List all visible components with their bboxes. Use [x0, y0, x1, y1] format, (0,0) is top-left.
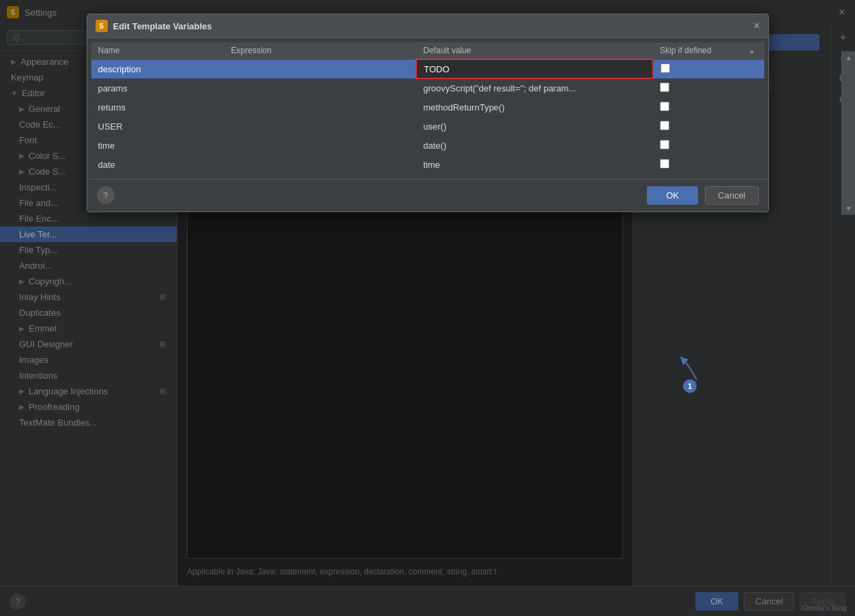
table-row[interactable]: time date() — [91, 136, 764, 155]
cell-expression — [224, 136, 417, 155]
skip-checkbox-3[interactable] — [660, 121, 669, 130]
cell-default-value: time — [416, 155, 653, 174]
modal-title: Edit Template Variables — [113, 21, 212, 31]
modal-bottom-right: OK Cancel — [647, 186, 758, 205]
scroll-header: ▲ — [742, 42, 764, 59]
cell-default-value: TODO — [416, 59, 653, 78]
skip-checkbox-2[interactable] — [660, 102, 669, 111]
modal-table-container: Name Expression Default value Skip if de… — [87, 38, 768, 179]
annotation-container: 1 — [683, 379, 697, 393]
modal-close-button[interactable]: × — [753, 20, 759, 31]
cell-name: time — [91, 136, 224, 155]
skip-checkbox-5[interactable] — [660, 159, 669, 168]
cell-skip — [653, 98, 742, 117]
modal-cancel-button[interactable]: Cancel — [705, 186, 758, 205]
modal-titlebar: S Edit Template Variables × — [87, 14, 768, 38]
col-default-value: Default value — [416, 42, 653, 59]
modal-ok-button[interactable]: OK — [647, 186, 698, 205]
col-expression: Expression — [224, 42, 417, 59]
cell-skip — [653, 136, 742, 155]
cell-name: USER — [91, 117, 224, 136]
cell-expression — [224, 98, 417, 117]
annotation-arrow — [676, 356, 704, 383]
skip-checkbox-0[interactable] — [661, 63, 670, 73]
modal-bottom: ? OK Cancel — [87, 179, 768, 211]
cell-default-value: user() — [416, 117, 653, 136]
table-header: Name Expression Default value Skip if de… — [91, 42, 764, 59]
cell-skip — [653, 59, 742, 78]
cell-expression — [224, 117, 417, 136]
cell-name: returns — [91, 98, 224, 117]
cell-default-value: methodReturnType() — [416, 98, 653, 117]
col-name: Name — [91, 42, 224, 59]
modal-help-button[interactable]: ? — [97, 186, 115, 204]
cell-skip — [653, 117, 742, 136]
cell-name: date — [91, 155, 224, 174]
cell-skip — [653, 155, 742, 174]
cell-expression — [224, 59, 417, 78]
table-row[interactable]: USER user() — [91, 117, 764, 136]
skip-checkbox-4[interactable] — [660, 140, 669, 149]
table-row[interactable]: returns methodReturnType() — [91, 98, 764, 117]
cell-name: params — [91, 78, 224, 98]
cell-default-value: date() — [416, 136, 653, 155]
skip-checkbox-1[interactable] — [660, 83, 669, 92]
table-row[interactable]: date time — [91, 155, 764, 174]
modal-titlebar-left: S Edit Template Variables — [96, 20, 212, 32]
edit-template-variables-dialog: S Edit Template Variables × Name Express… — [87, 14, 769, 212]
table-scrollbar[interactable]: ▲ ▼ — [841, 51, 855, 215]
cell-default-value: groovyScript("def result=''; def param..… — [416, 78, 653, 98]
cell-expression — [224, 78, 417, 98]
modal-overlay: S Edit Template Variables × Name Express… — [0, 0, 855, 616]
cell-name: description — [91, 59, 224, 78]
table-row[interactable]: params groovyScript("def result=''; def … — [91, 78, 764, 98]
cell-skip — [653, 78, 742, 98]
table-row[interactable]: description TODO — [91, 59, 764, 78]
modal-icon: S — [96, 20, 108, 32]
cell-expression — [224, 155, 417, 174]
table-body: description TODO params groovyScript("de… — [91, 59, 764, 174]
variables-table: Name Expression Default value Skip if de… — [91, 42, 764, 175]
scroll-down-icon: ▼ — [845, 205, 852, 212]
scroll-up-icon: ▲ — [845, 54, 852, 61]
col-skip: Skip if defined — [653, 42, 742, 59]
